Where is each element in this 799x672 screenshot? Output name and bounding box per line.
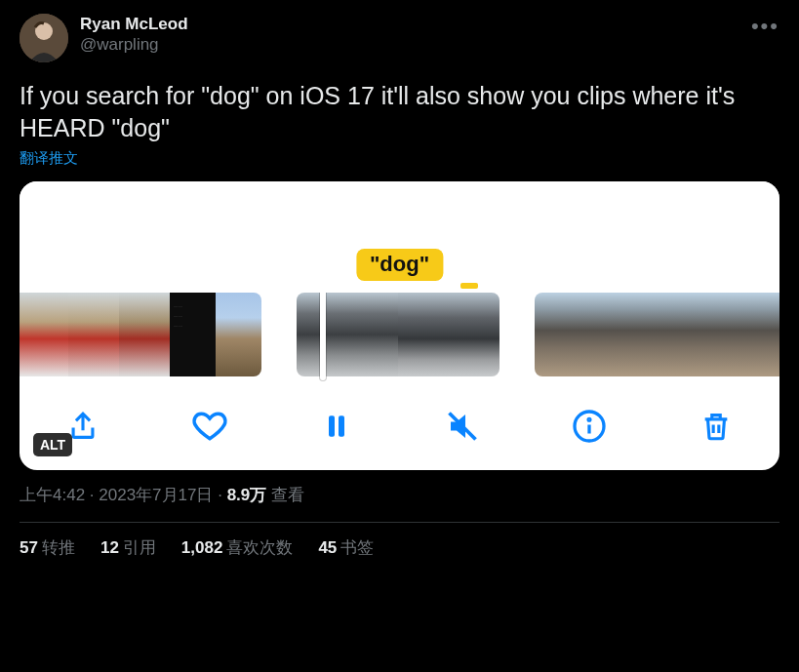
caption-tick (460, 283, 478, 289)
avatar[interactable] (20, 14, 68, 62)
tweet-header: Ryan McLeod @warpling ••• (20, 14, 779, 62)
views-count[interactable]: 8.9万 (227, 486, 267, 504)
heart-icon[interactable] (191, 408, 228, 445)
tweet-date[interactable]: 2023年7月17日 (99, 486, 213, 504)
stat-quotes[interactable]: 12引用 (100, 536, 156, 559)
mute-icon[interactable] (444, 408, 481, 445)
stat-retweets[interactable]: 57转推 (20, 536, 75, 559)
trash-icon[interactable] (698, 408, 735, 445)
svg-point-10 (588, 418, 590, 420)
thumbnail[interactable] (738, 293, 779, 376)
thumbnail[interactable] (68, 293, 119, 376)
author-names: Ryan McLeod @warpling (80, 14, 779, 56)
clip-group-2 (297, 293, 499, 376)
svg-rect-5 (329, 415, 335, 436)
thumbnail[interactable] (20, 293, 68, 376)
tweet-meta: 上午4:42 · 2023年7月17日 · 8.9万 查看 (20, 484, 779, 506)
tweet-container: Ryan McLeod @warpling ••• If you search … (20, 14, 779, 559)
playhead[interactable] (320, 293, 326, 380)
thumbnail[interactable] (535, 293, 585, 376)
thumbnail[interactable]: ························ (170, 293, 216, 376)
divider (20, 522, 779, 523)
thumbnail[interactable] (216, 293, 261, 376)
svg-text:········: ········ (174, 324, 182, 329)
display-name[interactable]: Ryan McLeod (80, 14, 779, 34)
thumbnail[interactable] (119, 293, 170, 376)
thumbnail[interactable] (297, 293, 398, 376)
thumbnail[interactable] (585, 293, 636, 376)
thumbnail[interactable] (398, 293, 499, 376)
video-timeline[interactable]: ························ (20, 293, 779, 388)
tweet-text: If you search for "dog" on iOS 17 it'll … (20, 80, 779, 143)
handle[interactable]: @warpling (80, 34, 779, 55)
pause-icon[interactable] (318, 408, 355, 445)
alt-badge[interactable]: ALT (33, 433, 72, 456)
caption-badge: "dog" (356, 249, 443, 281)
more-icon[interactable]: ••• (751, 14, 779, 39)
svg-text:········: ········ (174, 314, 182, 319)
info-icon[interactable] (571, 408, 608, 445)
media-whitespace: "dog" (20, 181, 779, 285)
clip-group-3 (535, 293, 779, 376)
clip-group-1: ························ (20, 293, 261, 376)
svg-rect-6 (339, 415, 344, 436)
tweet-stats: 57转推 12引用 1,082喜欢次数 45书签 (20, 536, 779, 559)
stat-likes[interactable]: 1,082喜欢次数 (181, 536, 294, 559)
thumbnail[interactable] (687, 293, 738, 376)
stat-bookmarks[interactable]: 45书签 (318, 536, 374, 559)
translate-link[interactable]: 翻译推文 (20, 149, 78, 168)
svg-text:········: ········ (174, 304, 182, 309)
tweet-time[interactable]: 上午4:42 (20, 486, 85, 504)
thumbnail[interactable] (636, 293, 687, 376)
media-card[interactable]: "dog" ························ (20, 181, 779, 470)
media-controls (20, 388, 779, 470)
views-label: 查看 (271, 486, 304, 504)
